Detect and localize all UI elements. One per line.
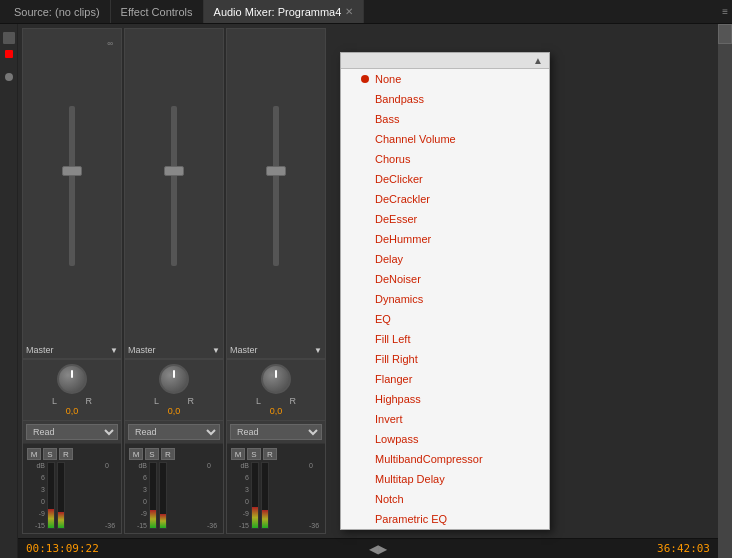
dropdown-item-label-14: Fill Right xyxy=(375,353,418,365)
dropdown-item-5[interactable]: DeClicker xyxy=(341,169,549,189)
channel-1-read-select[interactable]: Read xyxy=(26,424,118,440)
channel-2-dropdown-arrow[interactable]: ▼ xyxy=(212,346,220,355)
tab-close-icon[interactable]: ✕ xyxy=(345,6,353,17)
dropdown-item-20[interactable]: Multitap Delay xyxy=(341,469,549,489)
channel-1-r-btn[interactable]: R xyxy=(59,448,73,460)
dropdown-item-8[interactable]: DeHummer xyxy=(341,229,549,249)
channel-3-m-btn[interactable]: M xyxy=(231,448,245,460)
dropdown-item-label-10: DeNoiser xyxy=(375,273,421,285)
channel-3: Master ▼ L R 0,0 Read xyxy=(226,28,326,534)
channel-1-fader-knob[interactable] xyxy=(62,166,82,176)
dropdown-item-label-4: Chorus xyxy=(375,153,410,165)
dropdown-item-label-22: Parametric EQ xyxy=(375,513,447,525)
tab-audio-mixer[interactable]: Audio Mixer: Programma4 ✕ xyxy=(204,0,365,23)
channel-3-msb-row: M S R xyxy=(231,448,321,460)
left-icon-3 xyxy=(4,72,14,84)
svg-point-0 xyxy=(5,73,13,81)
channel-2-read-select[interactable]: Read xyxy=(128,424,220,440)
tab-effect-controls[interactable]: Effect Controls xyxy=(111,0,204,23)
dropdown-item-7[interactable]: DeEsser xyxy=(341,209,549,229)
dropdown-item-2[interactable]: Bass xyxy=(341,109,549,129)
dropdown-item-label-6: DeCrackler xyxy=(375,193,430,205)
channel-3-dropdown-arrow[interactable]: ▼ xyxy=(314,346,322,355)
channel-3-fader-knob[interactable] xyxy=(266,166,286,176)
channel-1-fader-track[interactable] xyxy=(69,106,75,266)
dropdown-item-11[interactable]: Dynamics xyxy=(341,289,549,309)
channel-1-s-btn[interactable]: S xyxy=(43,448,57,460)
channel-3-name: Master xyxy=(230,345,312,355)
dropdown-item-0[interactable]: None xyxy=(341,69,549,89)
dropdown-item-22[interactable]: Parametric EQ xyxy=(341,509,549,529)
channel-2-label: Master ▼ xyxy=(125,342,223,359)
channel-2-fader-track[interactable] xyxy=(171,106,177,266)
scroll-arrows[interactable]: ◀▶ xyxy=(369,542,387,556)
channel-2-m-btn[interactable]: M xyxy=(129,448,143,460)
channel-1-vu-area: M S R dB 6 3 0 -9 -15 xyxy=(23,443,121,533)
channel-3-fader-area[interactable] xyxy=(227,29,325,342)
dropdown-item-21[interactable]: Notch xyxy=(341,489,549,509)
dropdown-item-12[interactable]: EQ xyxy=(341,309,549,329)
dropdown-item-9[interactable]: Delay xyxy=(341,249,549,269)
dropdown-item-13[interactable]: Fill Left xyxy=(341,329,549,349)
channel-3-vu-right-labels: 0 -36 xyxy=(309,462,321,529)
tab-source[interactable]: Source: (no clips) xyxy=(4,0,111,23)
dropdown-scroll-up[interactable]: ▲ xyxy=(533,55,543,66)
left-icon-2 xyxy=(5,50,13,58)
dropdown-item-label-5: DeClicker xyxy=(375,173,423,185)
dropdown-item-14[interactable]: Fill Right xyxy=(341,349,549,369)
dropdown-item-1[interactable]: Bandpass xyxy=(341,89,549,109)
channel-3-vu-meters xyxy=(251,462,307,529)
scroll-thumb[interactable] xyxy=(718,24,732,44)
dropdown-item-label-1: Bandpass xyxy=(375,93,424,105)
channel-1-pan-knob[interactable] xyxy=(57,364,87,394)
channel-2-r-btn[interactable]: R xyxy=(161,448,175,460)
channel-3-pan-value: 0,0 xyxy=(270,406,283,416)
mixer-area: ∞ Master ▼ L R 0,0 Read xyxy=(18,24,718,558)
dropdown-item-3[interactable]: Channel Volume xyxy=(341,129,549,149)
time-bar: 00:13:09:22 ◀▶ 36:42:03 xyxy=(18,538,718,558)
dropdown-item-10[interactable]: DeNoiser xyxy=(341,269,549,289)
channel-2-vu-right xyxy=(159,462,167,529)
dropdown-item-label-21: Notch xyxy=(375,493,404,505)
channel-2: Master ▼ L R 0,0 Read xyxy=(124,28,224,534)
channel-2-fader-knob[interactable] xyxy=(164,166,184,176)
channel-1-fader-area[interactable]: ∞ xyxy=(23,29,121,342)
channel-1: ∞ Master ▼ L R 0,0 Read xyxy=(22,28,122,534)
dropdown-list: NoneBandpassBassChannel VolumeChorusDeCl… xyxy=(341,69,549,529)
panel-menu-icon[interactable]: ≡ xyxy=(722,6,728,17)
channel-1-read-area: Read xyxy=(23,420,121,443)
channel-1-vu-right-labels: 0 -36 xyxy=(105,462,117,529)
channel-1-meters: dB 6 3 0 -9 -15 xyxy=(27,462,117,529)
dropdown-item-19[interactable]: MultibandCompressor xyxy=(341,449,549,469)
channel-2-name: Master xyxy=(128,345,210,355)
dropdown-item-18[interactable]: Lowpass xyxy=(341,429,549,449)
dropdown-item-16[interactable]: Highpass xyxy=(341,389,549,409)
channel-1-m-btn[interactable]: M xyxy=(27,448,41,460)
dropdown-item-4[interactable]: Chorus xyxy=(341,149,549,169)
channel-3-knob-area: L R 0,0 xyxy=(227,359,325,420)
channel-3-pan-knob[interactable] xyxy=(261,364,291,394)
dropdown-item-6[interactable]: DeCrackler xyxy=(341,189,549,209)
channel-2-pan-knob[interactable] xyxy=(159,364,189,394)
dropdown-item-17[interactable]: Invert xyxy=(341,409,549,429)
channel-2-msb-row: M S R xyxy=(129,448,219,460)
dropdown-item-label-9: Delay xyxy=(375,253,403,265)
channel-1-pan-value: 0,0 xyxy=(66,406,79,416)
channel-3-s-btn[interactable]: S xyxy=(247,448,261,460)
channel-3-fader-track[interactable] xyxy=(273,106,279,266)
time-end: 36:42:03 xyxy=(657,542,710,555)
dropdown-item-15[interactable]: Flanger xyxy=(341,369,549,389)
channel-2-s-btn[interactable]: S xyxy=(145,448,159,460)
channel-1-vu-labels: dB 6 3 0 -9 -15 xyxy=(27,462,45,529)
brush-icon xyxy=(4,72,14,82)
channel-3-read-select[interactable]: Read xyxy=(230,424,322,440)
dropdown-item-label-19: MultibandCompressor xyxy=(375,453,483,465)
channel-3-r-btn[interactable]: R xyxy=(263,448,277,460)
right-scrollbar[interactable] xyxy=(718,24,732,558)
channel-1-label: Master ▼ xyxy=(23,342,121,359)
dropdown-item-label-17: Invert xyxy=(375,413,403,425)
channel-2-pan-value: 0,0 xyxy=(168,406,181,416)
dropdown-item-label-3: Channel Volume xyxy=(375,133,456,145)
channel-2-fader-area[interactable] xyxy=(125,29,223,342)
channel-1-dropdown-arrow[interactable]: ▼ xyxy=(110,346,118,355)
